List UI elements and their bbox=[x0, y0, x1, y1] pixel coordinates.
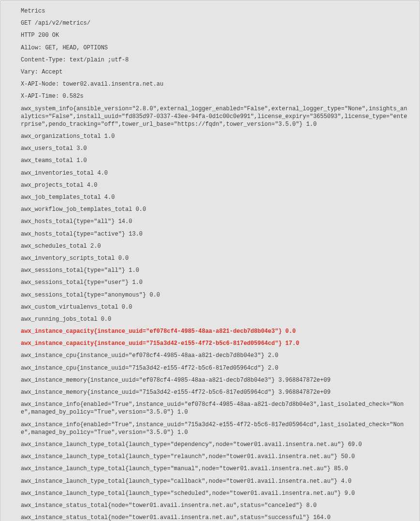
metrics-line: awx_inventories_total 4.0 bbox=[21, 169, 410, 177]
metrics-line: awx_teams_total 1.0 bbox=[21, 157, 410, 164]
metrics-line-highlight: awx_instance_capacity{instance_uuid="715… bbox=[21, 340, 410, 347]
metrics-line: awx_instance_launch_type_total{launch_ty… bbox=[21, 477, 410, 485]
metrics-line: awx_users_total 3.0 bbox=[21, 145, 410, 152]
metrics-line: Vary: Accept bbox=[21, 68, 410, 76]
metrics-line: awx_instance_info{enabled="True",instanc… bbox=[21, 401, 410, 416]
metrics-output-panel: MetricsGET /api/v2/metrics/HTTP 200 OKAl… bbox=[0, 0, 420, 521]
metrics-line: HTTP 200 OK bbox=[21, 31, 410, 39]
metrics-line: GET /api/v2/metrics/ bbox=[21, 19, 410, 27]
metrics-line: awx_custom_virtualenvs_total 0.0 bbox=[21, 303, 410, 311]
metrics-line: awx_instance_launch_type_total{launch_ty… bbox=[21, 465, 410, 473]
metrics-line: X-API-Node: tower02.avail.insentra.net.a… bbox=[21, 80, 410, 88]
metrics-line: awx_instance_status_total{node="tower01.… bbox=[21, 514, 410, 521]
metrics-line: awx_system_info{ansible_version="2.8.0",… bbox=[21, 105, 410, 129]
metrics-line: awx_instance_cpu{instance_uuid="ef078cf4… bbox=[21, 352, 410, 359]
metrics-line: awx_sessions_total{type="anonymous"} 0.0 bbox=[21, 291, 410, 299]
metrics-line: awx_projects_total 4.0 bbox=[21, 181, 410, 189]
metrics-line: awx_instance_info{enabled="True",instanc… bbox=[21, 421, 410, 436]
metrics-line: awx_running_jobs_total 0.0 bbox=[21, 315, 410, 323]
metrics-line: awx_hosts_total{type="all"} 14.0 bbox=[21, 218, 410, 225]
metrics-line: awx_sessions_total{type="all"} 1.0 bbox=[21, 267, 410, 274]
metrics-line: awx_instance_launch_type_total{launch_ty… bbox=[21, 490, 410, 497]
metrics-line: awx_instance_launch_type_total{launch_ty… bbox=[21, 453, 410, 461]
metrics-line: awx_inventory_scripts_total 0.0 bbox=[21, 254, 410, 262]
metrics-line: awx_instance_memory{instance_uuid="ef078… bbox=[21, 376, 410, 384]
metrics-line: awx_workflow_job_templates_total 0.0 bbox=[21, 206, 410, 213]
metrics-line: awx_instance_status_total{node="tower01.… bbox=[21, 502, 410, 509]
metrics-line: X-API-Time: 0.582s bbox=[21, 92, 410, 100]
metrics-line: awx_instance_memory{instance_uuid="715a3… bbox=[21, 388, 410, 396]
metrics-line: awx_sessions_total{type="user"} 1.0 bbox=[21, 279, 410, 286]
metrics-line: Metrics bbox=[21, 7, 410, 15]
metrics-line: awx_organizations_total 1.0 bbox=[21, 133, 410, 140]
metrics-line: awx_schedules_total 2.0 bbox=[21, 242, 410, 250]
metrics-line: awx_instance_launch_type_total{launch_ty… bbox=[21, 441, 410, 448]
metrics-line: awx_instance_cpu{instance_uuid="715a3d42… bbox=[21, 364, 410, 372]
metrics-line-highlight: awx_instance_capacity{instance_uuid="ef0… bbox=[21, 327, 410, 335]
metrics-line: Allow: GET, HEAD, OPTIONS bbox=[21, 44, 410, 52]
metrics-line: Content-Type: text/plain ;utf-8 bbox=[21, 56, 410, 64]
metrics-line: awx_job_templates_total 4.0 bbox=[21, 194, 410, 201]
metrics-line: awx_hosts_total{type="active"} 13.0 bbox=[21, 230, 410, 238]
